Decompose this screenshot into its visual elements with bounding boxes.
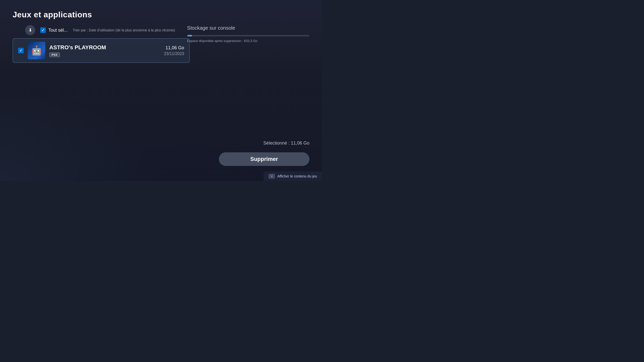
game-checkbox[interactable] xyxy=(18,48,24,53)
selected-info: Sélectionné : 11,06 Go xyxy=(263,141,309,146)
left-panel: ⬇ Tout sél... Trier par : Date d'utilisa… xyxy=(13,25,190,63)
page-container: Jeux et applications ⬇ Tout sél... Trier… xyxy=(0,0,322,181)
game-size: 11,06 Go xyxy=(166,45,184,51)
ps5-badge: PS5 xyxy=(49,53,60,57)
right-panel: Stockage sur console Espace disponible a… xyxy=(187,25,309,43)
select-all-checkbox[interactable] xyxy=(40,27,46,33)
select-all-container[interactable]: Tout sél... xyxy=(40,27,68,33)
hint-label: Afficher le contenu du jeu xyxy=(277,174,317,178)
sort-button[interactable]: ⬇ xyxy=(25,25,35,35)
bottom-hint: Afficher le contenu du jeu xyxy=(264,171,322,181)
game-list: ASTRO's PLAYROOM PS5 11,06 Go 23/11/2023 xyxy=(13,38,190,63)
storage-bar-fill xyxy=(187,35,192,36)
game-meta: 11,06 Go 23/11/2023 xyxy=(164,45,184,56)
delete-button[interactable]: Supprimer xyxy=(219,152,309,166)
astro-icon xyxy=(28,42,45,59)
storage-bar xyxy=(187,35,309,36)
sort-icon: ⬇ xyxy=(28,28,32,32)
game-thumbnail xyxy=(28,42,45,59)
select-all-label: Tout sél... xyxy=(48,28,68,33)
page-title: Jeux et applications xyxy=(13,10,309,19)
filter-bar: ⬇ Tout sél... Trier par : Date d'utilisa… xyxy=(13,25,190,35)
game-name: ASTRO's PLAYROOM xyxy=(49,44,160,51)
game-item[interactable]: ASTRO's PLAYROOM PS5 11,06 Go 23/11/2023 xyxy=(13,38,190,63)
hint-icon xyxy=(269,174,275,178)
sort-label: Trier par : Date d'utilisation (de la pl… xyxy=(73,28,175,32)
game-date: 23/11/2023 xyxy=(164,52,184,56)
storage-available: Espace disponible après suppression : 83… xyxy=(187,39,309,43)
storage-title: Stockage sur console xyxy=(187,25,309,31)
game-info: ASTRO's PLAYROOM PS5 xyxy=(49,44,160,57)
